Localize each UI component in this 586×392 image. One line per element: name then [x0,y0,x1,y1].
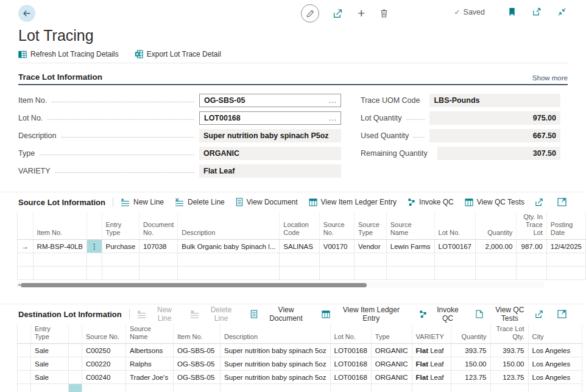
cell-city[interactable]: Los Angeles [528,344,582,357]
grid-cell[interactable] [33,267,86,280]
col-header-item-no[interactable]: Item No. [174,324,221,344]
grid-cell[interactable] [18,253,34,267]
col-header-source-name[interactable]: Source Name [126,324,174,344]
export-lot-trace-button[interactable]: Export Lot Trace Detail [135,50,221,58]
destination-invoke-qc-button[interactable]: Invoke QC [419,306,464,323]
grid-cell[interactable] [355,267,387,280]
cell-qty-in-trace-lot[interactable]: 987.00 [517,240,546,253]
row-menu-dots-icon[interactable]: ⋮ [87,240,102,253]
row-menu-cell[interactable] [69,384,82,392]
col-header-source-type[interactable]: Source Type [355,212,387,240]
grid-cell[interactable] [280,253,320,267]
grid-cell[interactable] [355,253,387,267]
col-header-description[interactable]: Description [178,212,280,240]
col-header-source-name[interactable]: Source Name [386,212,434,240]
grid-cell[interactable] [102,253,139,267]
col-header-city[interactable]: City [528,324,582,344]
cell-entry-type[interactable]: Purchase [102,240,139,253]
grid-cell[interactable] [546,253,585,267]
cell-quantity[interactable]: 123.75 [451,371,490,384]
grid-cell[interactable] [174,384,221,392]
grid-cell[interactable] [18,384,31,392]
row-selector-cell[interactable] [18,371,31,384]
source-share-button[interactable] [533,197,545,208]
col-header-description[interactable]: Description [221,324,331,344]
grid-cell[interactable] [546,267,585,280]
lot-no-assist-button[interactable]: ... [328,114,338,122]
cell-variety[interactable]: Flat Leaf [412,344,451,357]
cell-quantity[interactable]: 393.75 [451,344,490,357]
cell-type[interactable]: ORGANIC [371,357,412,371]
cell-document-no[interactable]: 107038 [139,240,178,253]
col-header-lot-no[interactable]: Lot No. [330,324,371,344]
cell-city[interactable]: Los Angeles [528,371,582,384]
grid-cell[interactable] [434,253,475,267]
col-header-source-no[interactable]: Source No. [82,324,126,344]
lot-no-field[interactable]: LOT00168 ... [199,111,341,125]
cell-entry-type[interactable]: Sale [31,357,69,371]
grid-cell[interactable] [18,267,34,280]
refresh-lot-tracing-button[interactable]: Refresh Lot Tracing Details [18,50,119,58]
cell-lot-no[interactable]: LOT00167 [434,240,475,253]
cell-description[interactable]: Super nutrition baby spinach 5oz [221,371,331,384]
new-record-button[interactable]: + [356,7,366,20]
source-new-line-button[interactable]: New Line [121,198,164,206]
grid-cell[interactable] [139,267,178,280]
row-selector-cell[interactable] [18,344,31,357]
grid-cell[interactable] [126,384,174,392]
cell-source-no[interactable]: C00250 [82,344,126,357]
cell-type[interactable]: ORGANIC [371,371,412,384]
cell-source-no[interactable]: V00170 [319,240,354,253]
cell-trace-lot-qty[interactable]: 123.75 [490,371,528,384]
cell-description[interactable]: Bulk Organic baby Spinach l... [178,240,280,253]
scrollbar-thumb[interactable] [21,283,367,287]
collapse-button[interactable] [556,6,568,18]
cell-variety[interactable]: Flat Leaf [412,357,451,371]
col-header-quantity[interactable]: Quantity [475,212,516,240]
grid-cell[interactable] [490,384,528,392]
grid-cell[interactable] [319,253,354,267]
grid-cell[interactable] [31,384,69,392]
cell-location-code[interactable]: SALINAS [280,240,320,253]
destination-view-document-button[interactable]: View Document [250,306,311,323]
cell-item-no[interactable]: OG-SBS-05 [174,357,221,371]
cell-lot-no[interactable]: LOT00168 [330,344,371,357]
col-header-source-no[interactable]: Source No. [319,212,354,240]
share-button[interactable] [331,7,344,20]
source-invoke-qc-button[interactable]: Invoke QC [408,198,454,206]
empty-grid-row[interactable] [18,267,586,280]
grid-cell[interactable] [412,384,451,392]
destination-table-row[interactable]: Sale C00240 Trader Joe's OG-SBS-05 Super… [18,371,582,384]
cell-source-name[interactable]: Lewin Farms [386,240,434,253]
grid-cell[interactable] [517,253,546,267]
col-header-type[interactable]: Type [371,324,412,344]
show-more-link[interactable]: Show more [532,74,568,82]
cell-entry-type[interactable]: Sale [31,371,69,384]
destination-table-row[interactable]: Sale C00250 Albertsons OG-SBS-05 Super n… [18,344,582,357]
grid-cell[interactable] [319,267,354,280]
source-table-row[interactable]: → RM-BSP-40LB ⋮ Purchase 107038 Bulk Org… [18,240,586,253]
cell-source-name[interactable]: Albertsons [126,344,174,357]
grid-cell[interactable] [139,253,178,267]
cell-item-no[interactable]: RM-BSP-40LB [33,240,86,253]
grid-cell[interactable] [178,253,280,267]
destination-share-button[interactable] [533,309,545,320]
cell-item-no[interactable]: OG-SBS-05 [174,371,221,384]
source-view-qc-tests-button[interactable]: View QC Tests [465,198,524,206]
grid-cell[interactable] [475,253,516,267]
cell-lot-no[interactable]: LOT00168 [330,371,371,384]
row-menu-cell[interactable] [69,357,82,371]
destination-new-line-button[interactable]: New Line [137,306,180,323]
destination-view-item-ledger-button[interactable]: View Item Ledger Entry [322,306,408,323]
destination-table-row[interactable]: Sale C00220 Ralphs OG-SBS-05 Super nutri… [18,357,582,371]
cell-trace-lot-qty[interactable]: 150.00 [490,357,528,371]
item-no-field[interactable]: OG-SBS-05 ... [199,94,341,107]
cell-city[interactable]: Los Angeles [528,357,582,371]
grid-cell[interactable] [82,384,126,392]
grid-cell[interactable] [280,267,320,280]
source-delete-line-button[interactable]: Delete Line [175,198,225,206]
grid-cell[interactable] [371,384,412,392]
cell-item-no[interactable]: OG-SBS-05 [174,344,221,357]
back-button[interactable] [18,5,35,22]
col-header-posting-date[interactable]: Posting Date [546,212,585,240]
